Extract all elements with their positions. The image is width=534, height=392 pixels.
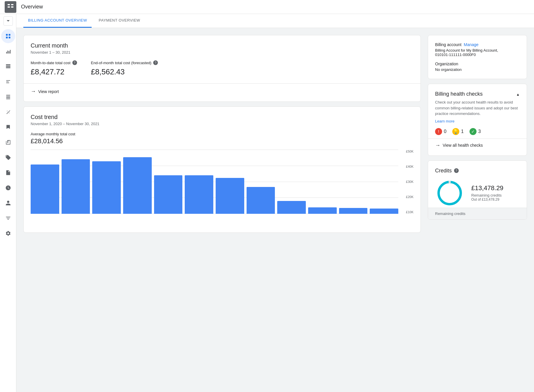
svg-rect-1 xyxy=(11,4,13,5)
credits-title: Credits xyxy=(435,168,452,174)
collapse-icon[interactable] xyxy=(516,92,520,97)
sidebar xyxy=(0,14,16,240)
sidebar-item-clock[interactable] xyxy=(1,181,15,195)
svg-rect-11 xyxy=(10,50,11,54)
svg-rect-5 xyxy=(8,34,10,36)
health-divider xyxy=(428,139,527,139)
billing-account-card: Billing account Manage Billing Account f… xyxy=(428,35,527,79)
svg-rect-9 xyxy=(7,51,8,54)
credits-card: Credits ? £13,478.29 Remaining credits O… xyxy=(428,160,527,220)
month-to-date-value: £8,427.72 xyxy=(31,67,77,76)
org-label: Organization xyxy=(435,62,520,66)
bar-7 xyxy=(216,178,244,214)
y-label-40k: £40K xyxy=(399,165,413,168)
bar-4 xyxy=(123,157,152,214)
bar-2 xyxy=(62,159,90,214)
arrow-right-health-icon: → xyxy=(435,142,440,148)
right-column: Billing account Manage Billing Account f… xyxy=(428,35,527,233)
credits-help-icon[interactable]: ? xyxy=(454,168,459,173)
sidebar-item-documents[interactable] xyxy=(1,166,15,180)
learn-more-link[interactable]: Learn more xyxy=(435,119,520,123)
y-label-10k: £10K xyxy=(399,210,413,214)
ok-icon: ✓ xyxy=(470,128,477,135)
view-all-health-checks-link[interactable]: → View all health checks xyxy=(435,142,520,148)
error-icon: ! xyxy=(435,128,442,135)
forecasted-cost: End-of-month total cost (forecasted) ? £… xyxy=(91,60,158,76)
y-label-30k: £30K xyxy=(399,180,413,183)
sidebar-item-manage[interactable] xyxy=(1,211,15,225)
sidebar-item-export[interactable] xyxy=(1,135,15,149)
svg-point-14 xyxy=(449,181,451,183)
svg-rect-7 xyxy=(8,37,10,38)
svg-rect-8 xyxy=(6,52,7,54)
bar-9 xyxy=(277,201,306,214)
sidebar-dropdown[interactable] xyxy=(4,16,13,26)
sidebar-item-cost-table[interactable] xyxy=(1,60,15,74)
bar-6 xyxy=(185,175,213,214)
svg-rect-3 xyxy=(11,6,13,8)
manage-link[interactable]: Manage xyxy=(464,42,479,47)
forecasted-help-icon[interactable]: ? xyxy=(153,60,158,65)
credits-donut xyxy=(435,178,464,208)
current-month-card: Current month November 1 – 30, 2021 Mont… xyxy=(23,35,421,102)
credits-amount: £13,478.29 xyxy=(471,184,503,192)
bar-chart-inner xyxy=(31,150,413,214)
card-divider xyxy=(24,83,420,84)
bar-chart: £50K £40K £30K £20K £10K xyxy=(31,150,413,225)
sidebar-item-recommendations[interactable] xyxy=(1,120,15,134)
bar-12 xyxy=(370,209,398,214)
current-month-date: November 1 – 30, 2021 xyxy=(31,50,413,55)
tabs-bar: BILLING ACCOUNT OVERVIEW PAYMENT OVERVIE… xyxy=(16,14,534,28)
sidebar-item-person[interactable] xyxy=(1,196,15,210)
sidebar-item-breakdown[interactable] xyxy=(1,75,15,89)
current-month-title: Current month xyxy=(31,42,413,49)
tab-payment-overview[interactable]: PAYMENT OVERVIEW xyxy=(94,14,145,28)
month-to-date-help-icon[interactable]: ? xyxy=(72,60,77,65)
health-counts: ! 0 💡 1 ✓ 3 xyxy=(435,128,520,135)
billing-account-name: Billing Account for My Billing Account, … xyxy=(435,48,520,57)
sidebar-item-pricing[interactable] xyxy=(1,150,15,164)
page-title: Overview xyxy=(21,4,43,10)
sidebar-item-reports[interactable] xyxy=(1,44,15,58)
health-title: Billing health checks xyxy=(435,91,483,97)
cost-trend-title: Cost trend xyxy=(31,114,413,120)
month-to-date-cost: Month-to-date total cost ? £8,427.72 xyxy=(31,60,77,76)
avg-cost-label: Average monthly total cost xyxy=(31,132,413,136)
main-content: Current month November 1 – 30, 2021 Mont… xyxy=(16,28,534,240)
warn-count: 💡 1 xyxy=(452,128,464,135)
sidebar-item-overview[interactable] xyxy=(1,29,15,43)
health-checks-card: Billing health checks Check out your acc… xyxy=(428,84,527,156)
ok-count: ✓ 3 xyxy=(470,128,481,135)
y-label-20k: £20K xyxy=(399,195,413,199)
bar-3 xyxy=(92,161,121,214)
app-logo xyxy=(5,1,16,13)
credits-remaining-label: Remaining credits xyxy=(471,193,503,197)
svg-rect-10 xyxy=(8,51,9,53)
bar-10 xyxy=(308,207,337,214)
tab-billing-account-overview[interactable]: BILLING ACCOUNT OVERVIEW xyxy=(23,14,92,28)
avg-cost-value: £28,014.56 xyxy=(31,137,413,145)
credits-out-of: Out of £13,478.29 xyxy=(471,197,503,202)
sidebar-item-settings[interactable] xyxy=(1,226,15,240)
health-desc: Check out your account health results to… xyxy=(435,99,520,117)
svg-rect-4 xyxy=(6,34,8,36)
cost-trend-card: Cost trend November 1, 2020 – November 3… xyxy=(23,106,421,233)
svg-point-13 xyxy=(439,182,461,204)
arrow-right-icon: → xyxy=(31,88,36,94)
svg-rect-2 xyxy=(8,6,10,8)
top-bar: Overview xyxy=(0,0,534,14)
svg-rect-6 xyxy=(6,37,8,38)
bar-5 xyxy=(154,175,183,214)
sidebar-item-commitments[interactable] xyxy=(1,105,15,119)
cost-trend-date: November 1, 2020 – November 30, 2021 xyxy=(31,122,413,126)
org-value: No organization xyxy=(435,67,520,72)
credits-footer: Remaining credits xyxy=(428,208,527,219)
y-label-50k: £50K xyxy=(399,150,413,153)
forecasted-value: £8,562.43 xyxy=(91,67,158,76)
view-report-link[interactable]: → View report xyxy=(31,88,413,94)
bar-1 xyxy=(31,164,59,214)
cost-row: Month-to-date total cost ? £8,427.72 End… xyxy=(31,60,413,76)
warn-icon: 💡 xyxy=(452,128,459,135)
sidebar-item-budgets[interactable] xyxy=(1,90,15,104)
error-count: ! 0 xyxy=(435,128,446,135)
